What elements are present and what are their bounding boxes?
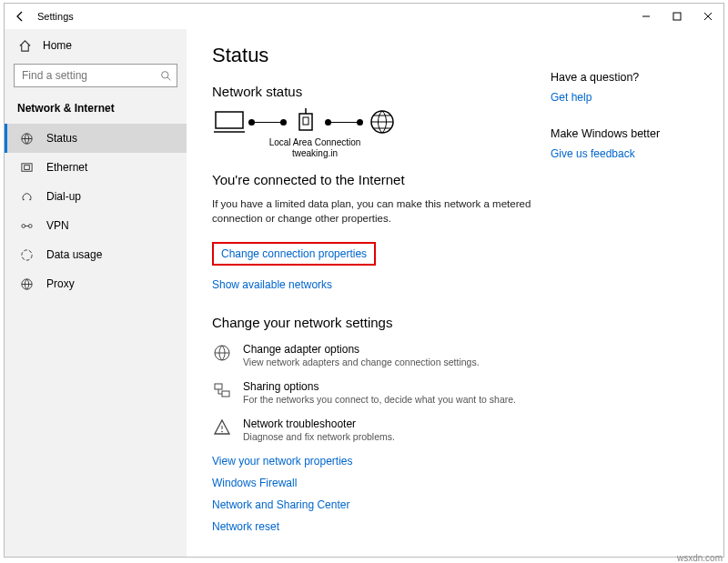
- sharing-icon: [212, 380, 232, 400]
- diagram-caption: Local Area Connection tweaking.in: [265, 137, 365, 159]
- back-button[interactable]: [12, 8, 28, 25]
- get-help-link[interactable]: Get help: [551, 91, 705, 104]
- category-header: Network & Internet: [5, 96, 187, 124]
- connection-line: [252, 122, 283, 123]
- sidebar-item-label: VPN: [46, 219, 69, 232]
- svg-rect-18: [299, 114, 312, 130]
- network-status-heading: Network status: [212, 84, 541, 99]
- svg-line-5: [167, 77, 170, 80]
- feedback-heading: Make Windows better: [551, 127, 705, 140]
- sidebar-item-label: Dial-up: [46, 190, 81, 203]
- show-available-networks-link[interactable]: Show available networks: [212, 278, 332, 291]
- ethernet-icon: [19, 160, 34, 175]
- page-title: Status: [212, 44, 541, 67]
- pc-icon: [212, 108, 247, 136]
- change-connection-properties-link[interactable]: Change connection properties: [212, 242, 376, 266]
- main-content: Status Network status Local: [187, 29, 723, 557]
- option-sub: View network adapters and change connect…: [243, 357, 480, 367]
- titlebar: Settings: [5, 4, 723, 29]
- windows-firewall-link[interactable]: Windows Firewall: [212, 477, 541, 489]
- sidebar-item-vpn[interactable]: VPN: [5, 211, 187, 240]
- svg-rect-16: [216, 112, 243, 128]
- home-label: Home: [43, 39, 72, 52]
- sidebar-item-proxy[interactable]: Proxy: [5, 269, 187, 298]
- vpn-icon: [19, 218, 34, 233]
- search-input[interactable]: [14, 64, 177, 87]
- view-network-properties-link[interactable]: View your network properties: [212, 455, 541, 467]
- connected-heading: You're connected to the Internet: [212, 172, 541, 187]
- connection-line: [329, 122, 359, 123]
- svg-point-4: [162, 71, 168, 77]
- svg-point-26: [221, 431, 223, 433]
- change-settings-heading: Change your network settings: [212, 315, 541, 330]
- status-icon: [19, 131, 34, 146]
- option-sharing[interactable]: Sharing options For the networks you con…: [212, 380, 541, 405]
- option-title: Sharing options: [243, 380, 516, 393]
- window-controls: [631, 4, 723, 29]
- search-icon: [160, 70, 172, 82]
- sidebar-item-label: Ethernet: [46, 161, 87, 174]
- svg-point-12: [28, 224, 32, 227]
- sidebar-item-ethernet[interactable]: Ethernet: [5, 153, 187, 182]
- svg-rect-1: [673, 13, 681, 20]
- option-sub: Diagnose and fix network problems.: [243, 431, 395, 442]
- home-icon: [17, 38, 32, 53]
- option-sub: For the networks you connect to, decide …: [243, 394, 516, 405]
- attribution: wsxdn.com: [677, 553, 723, 563]
- sidebar-item-status[interactable]: Status: [5, 124, 187, 153]
- svg-point-10: [29, 198, 31, 200]
- sidebar-item-datausage[interactable]: Data usage: [5, 240, 187, 269]
- minimize-button[interactable]: [631, 4, 662, 29]
- svg-rect-8: [24, 165, 29, 169]
- connection-name: Local Area Connection: [265, 137, 365, 148]
- connection-domain: tweaking.in: [265, 148, 365, 159]
- search-field[interactable]: [20, 68, 160, 83]
- data-usage-icon: [19, 247, 34, 262]
- sidebar-item-label: Data usage: [46, 248, 102, 261]
- right-rail: Have a question? Get help Make Windows b…: [541, 44, 705, 548]
- sidebar: Home Network & Internet Status: [5, 29, 187, 557]
- option-adapter[interactable]: Change adapter options View network adap…: [212, 343, 541, 367]
- sidebar-item-dialup[interactable]: Dial-up: [5, 182, 187, 211]
- router-icon: [288, 108, 323, 136]
- svg-rect-24: [222, 391, 229, 397]
- window-title: Settings: [37, 11, 74, 22]
- svg-rect-7: [21, 163, 31, 170]
- dialup-icon: [19, 189, 34, 204]
- option-title: Network troubleshooter: [243, 417, 395, 430]
- svg-rect-23: [215, 384, 222, 389]
- sidebar-item-label: Status: [46, 132, 77, 145]
- give-feedback-link[interactable]: Give us feedback: [551, 147, 705, 160]
- network-reset-link[interactable]: Network reset: [212, 520, 541, 533]
- connected-body: If you have a limited data plan, you can…: [212, 196, 541, 226]
- close-button[interactable]: [693, 4, 723, 29]
- network-sharing-center-link[interactable]: Network and Sharing Center: [212, 498, 541, 511]
- svg-point-14: [21, 249, 31, 259]
- globe-icon: [365, 108, 399, 136]
- svg-point-11: [21, 224, 25, 227]
- svg-rect-19: [303, 117, 308, 125]
- maximize-button[interactable]: [662, 4, 693, 29]
- network-diagram: [212, 108, 541, 136]
- option-title: Change adapter options: [243, 343, 480, 356]
- svg-point-9: [22, 198, 24, 200]
- question-heading: Have a question?: [551, 71, 705, 84]
- option-troubleshooter[interactable]: Network troubleshooter Diagnose and fix …: [212, 417, 541, 442]
- home-nav[interactable]: Home: [5, 33, 187, 58]
- adapter-icon: [212, 343, 232, 363]
- warning-icon: [212, 417, 232, 437]
- sidebar-item-label: Proxy: [46, 277, 75, 290]
- proxy-icon: [19, 276, 34, 291]
- settings-window: Settings Home Network: [4, 3, 724, 558]
